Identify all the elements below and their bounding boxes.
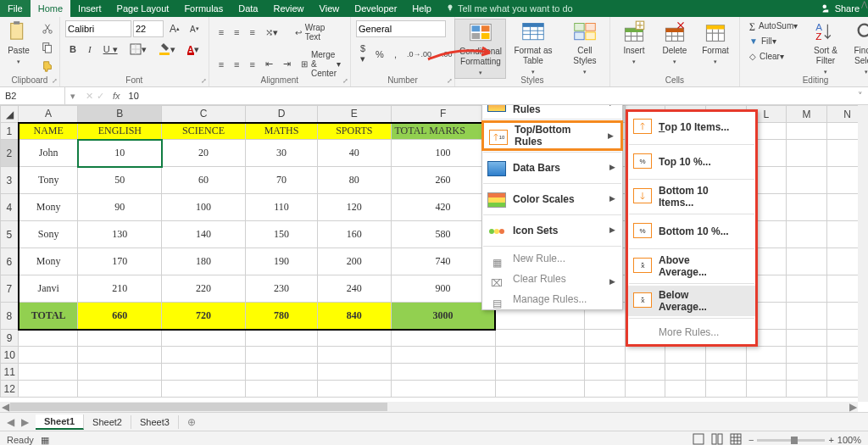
tab-nav-next[interactable]: ▶ <box>21 416 29 428</box>
cell[interactable]: Tony <box>19 167 78 194</box>
name-box-dropdown[interactable]: ▾ <box>70 91 75 102</box>
menu-bottom-10-percent[interactable]: % Bottom 10 %... <box>628 216 755 247</box>
italic-button[interactable]: I <box>84 42 96 57</box>
dialog-launcher[interactable]: ⤢ <box>342 77 348 85</box>
view-page-break[interactable] <box>730 433 742 445</box>
cell[interactable]: Sony <box>19 221 78 248</box>
cell[interactable]: 230 <box>245 275 317 303</box>
select-all-corner[interactable]: ◢ <box>1 106 19 123</box>
sheet-tab[interactable]: Sheet3 <box>131 415 179 429</box>
autosum-button[interactable]: ∑AutoSum ▾ <box>745 19 804 33</box>
menu-bottom-10-items[interactable]: Bottom 10 Items... <box>628 181 755 212</box>
ribbon-options[interactable]: ⋀ <box>860 0 868 8</box>
menu-above-average[interactable]: x̄ Above Average... <box>628 251 755 281</box>
tell-me[interactable]: Tell me what you want to do <box>446 3 573 14</box>
fill-button[interactable]: ▼Fill ▾ <box>745 34 804 48</box>
share-button[interactable]: Share <box>821 3 860 14</box>
cell[interactable]: 130 <box>78 221 162 248</box>
cut-button[interactable] <box>37 20 58 37</box>
cell[interactable]: 30 <box>245 140 317 167</box>
format-cells-button[interactable]: Format▾ <box>696 19 735 67</box>
accounting-format-button[interactable]: $ ▾ <box>356 41 370 67</box>
menu-below-average[interactable]: x̄ Below Average... <box>628 286 755 316</box>
cell[interactable]: 220 <box>162 275 246 303</box>
spreadsheet-grid[interactable]: ◢ A B C D E F G H I J K L M N 1 NAME ENG… <box>0 105 868 412</box>
new-sheet-button[interactable]: ⊕ <box>179 416 204 428</box>
paste-button[interactable]: Paste ▾ <box>2 19 36 67</box>
menu-color-scales[interactable]: Color Scales▶ <box>482 186 622 213</box>
dialog-launcher[interactable]: ⤢ <box>201 77 207 85</box>
cell[interactable]: NAME <box>19 123 78 140</box>
percent-format-button[interactable]: % <box>371 47 388 62</box>
menu-top-10-percent[interactable]: % Top 10 %... <box>628 147 755 177</box>
menu-highlight-cells-rules[interactable]: Highlight Cells Rules▶ <box>482 105 622 117</box>
menu-top-bottom-rules[interactable]: 10 Top/Bottom Rules▶ <box>481 120 623 151</box>
top-align-button[interactable]: ≡ <box>214 25 228 40</box>
row-header[interactable]: 8 <box>1 303 19 330</box>
cell-active[interactable]: 10 <box>78 140 162 167</box>
dialog-launcher[interactable]: ⤢ <box>447 77 453 85</box>
wrap-text-button[interactable]: ↩Wrap Text <box>291 20 345 44</box>
row-header[interactable]: 4 <box>1 194 19 221</box>
sheet-tab[interactable]: Sheet1 <box>36 414 84 430</box>
col-header[interactable]: C <box>162 106 246 123</box>
cell[interactable]: 780 <box>245 303 317 330</box>
cell[interactable]: 20 <box>162 140 246 167</box>
cell[interactable]: 840 <box>318 303 391 330</box>
cell[interactable]: 720 <box>162 303 246 330</box>
decrease-indent-button[interactable]: ⇤ <box>261 56 277 72</box>
zoom-value[interactable]: 100% <box>837 435 861 445</box>
tab-nav-prev[interactable]: ◀ <box>7 416 14 428</box>
cell[interactable]: 100 <box>391 140 495 167</box>
cell[interactable]: 660 <box>78 303 162 330</box>
macro-record-button[interactable]: ▦ <box>41 435 49 446</box>
find-select-button[interactable]: Find & Select▾ <box>847 19 868 77</box>
right-align-button[interactable]: ≡ <box>246 57 259 72</box>
cell-styles-button[interactable]: Cell Styles▾ <box>559 19 609 77</box>
zoom-in[interactable]: + <box>828 435 833 445</box>
cancel-formula[interactable]: ✕ <box>86 91 93 102</box>
cell[interactable]: 580 <box>391 221 495 248</box>
view-page-layout[interactable] <box>711 433 723 445</box>
col-header[interactable]: A <box>19 106 78 123</box>
number-format-select[interactable] <box>356 20 446 37</box>
cell[interactable]: MATHS <box>245 123 317 140</box>
fill-color-button[interactable]: ▾ <box>154 41 180 58</box>
cell[interactable]: 3000 <box>391 303 495 330</box>
increase-indent-button[interactable]: ⇥ <box>279 56 295 72</box>
cell[interactable]: 40 <box>318 140 391 167</box>
tab-developer[interactable]: Developer <box>347 0 404 17</box>
cell[interactable]: Mony <box>19 194 78 221</box>
row-header[interactable]: 9 <box>1 330 19 347</box>
zoom-out[interactable]: − <box>748 435 754 445</box>
cell[interactable]: 740 <box>391 248 495 275</box>
center-align-button[interactable]: ≡ <box>230 57 243 72</box>
col-header[interactable]: M <box>787 106 827 123</box>
decrease-font-button[interactable]: A▾ <box>186 22 203 36</box>
orientation-button[interactable]: ⤭▾ <box>261 25 282 41</box>
tab-view[interactable]: View <box>312 0 348 17</box>
cell[interactable]: SPORTS <box>318 123 391 140</box>
col-header[interactable]: D <box>245 106 317 123</box>
cell[interactable]: 170 <box>78 248 162 275</box>
col-header[interactable]: B <box>78 106 162 123</box>
cell[interactable]: 210 <box>78 275 162 303</box>
row-header[interactable]: 7 <box>1 275 19 303</box>
cell[interactable]: 70 <box>245 167 317 194</box>
row-header[interactable]: 11 <box>1 364 19 381</box>
cell[interactable]: TOTAL MARKS <box>391 123 495 140</box>
row-header[interactable]: 5 <box>1 221 19 248</box>
horizontal-scrollbar[interactable]: ◀▶ <box>0 402 858 412</box>
menu-new-rule[interactable]: ▦ New Rule... <box>482 248 622 269</box>
cell[interactable]: Mony <box>19 248 78 275</box>
cell[interactable]: 80 <box>318 167 391 194</box>
formula-value[interactable]: 10 <box>124 91 139 101</box>
cell[interactable]: 100 <box>162 194 246 221</box>
cell[interactable]: 60 <box>162 167 246 194</box>
col-header[interactable]: F <box>391 106 495 123</box>
cell[interactable]: 420 <box>391 194 495 221</box>
cell[interactable]: TOTAL <box>19 303 78 330</box>
cell[interactable]: John <box>19 140 78 167</box>
cell[interactable]: ENGLISH <box>78 123 162 140</box>
bottom-align-button[interactable]: ≡ <box>246 25 259 40</box>
